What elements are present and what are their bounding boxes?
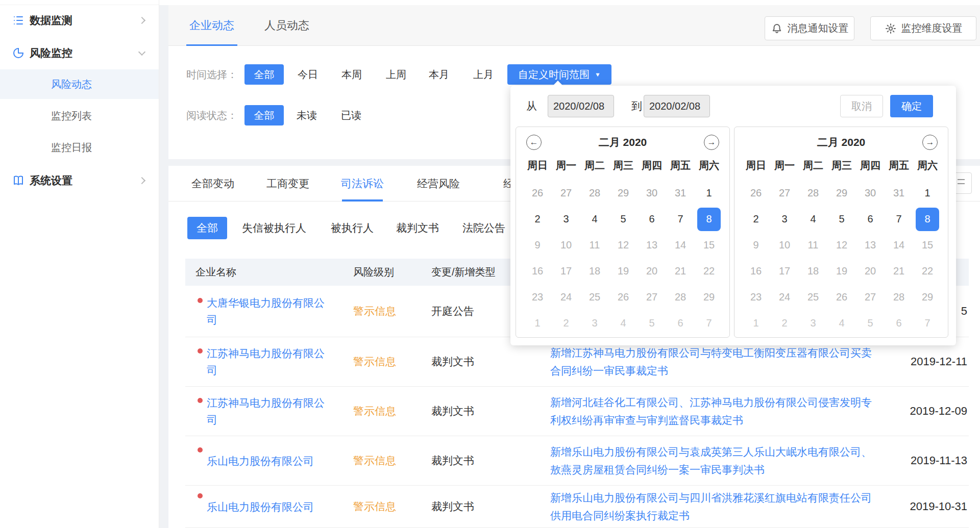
detail-link[interactable]: 新增河北硅谷化工有限公司、江苏神马电力股份有限公司侵害发明专利权纠纷再审审查与审… bbox=[550, 393, 877, 429]
read-option[interactable]: 已读 bbox=[339, 105, 363, 125]
calendar-day[interactable]: 8 bbox=[913, 206, 942, 232]
calendar-day[interactable]: 2 bbox=[552, 310, 580, 336]
calendar-day[interactable]: 4 bbox=[827, 310, 856, 336]
calendar-day[interactable]: 1 bbox=[742, 310, 770, 336]
calendar-day[interactable]: 27 bbox=[856, 284, 885, 310]
calendar-day[interactable]: 30 bbox=[638, 180, 666, 206]
content-tab[interactable]: 经营风险 bbox=[413, 166, 464, 202]
calendar-day[interactable]: 25 bbox=[799, 284, 827, 310]
calendar-day[interactable]: 20 bbox=[638, 258, 666, 284]
content-tab[interactable]: 全部变动 bbox=[187, 166, 238, 202]
calendar-day[interactable]: 29 bbox=[609, 180, 638, 206]
calendar-day[interactable]: 2 bbox=[742, 206, 770, 232]
calendar-day[interactable]: 28 bbox=[580, 180, 609, 206]
calendar-day[interactable]: 5 bbox=[827, 206, 856, 232]
calendar-day[interactable]: 4 bbox=[799, 206, 827, 232]
sidebar-item-risk-dynamics[interactable]: 风险动态 bbox=[0, 69, 159, 99]
company-link[interactable]: 乐山电力股份有限公司 bbox=[207, 498, 329, 515]
calendar-day[interactable]: 22 bbox=[913, 258, 942, 284]
calendar-day[interactable]: 10 bbox=[770, 232, 799, 258]
calendar-day[interactable]: 28 bbox=[666, 284, 695, 310]
calendar-day[interactable]: 21 bbox=[885, 258, 913, 284]
calendar-day[interactable]: 6 bbox=[885, 310, 913, 336]
calendar-day[interactable]: 17 bbox=[770, 258, 799, 284]
calendar-day[interactable]: 3 bbox=[770, 206, 799, 232]
sidebar-item-monitor-list[interactable]: 监控列表 bbox=[0, 101, 159, 131]
time-option-all[interactable]: 全部 bbox=[244, 64, 284, 85]
next-month-icon[interactable]: → bbox=[704, 135, 719, 150]
sidebar-item-monitor-daily[interactable]: 监控日报 bbox=[0, 133, 159, 162]
calendar-day[interactable]: 24 bbox=[552, 284, 580, 310]
calendar-day[interactable]: 20 bbox=[856, 258, 885, 284]
calendar-day[interactable]: 23 bbox=[523, 284, 552, 310]
next-month-icon[interactable]: → bbox=[922, 135, 938, 150]
calendar-day[interactable]: 6 bbox=[638, 206, 666, 232]
company-link[interactable]: 江苏神马电力股份有限公司 bbox=[207, 345, 329, 379]
calendar-day[interactable]: 19 bbox=[609, 258, 638, 284]
time-option[interactable]: 上周 bbox=[384, 64, 408, 85]
detail-link[interactable]: 新增乐山电力股份有限公司与袁成英第三人乐山大岷水电有限公司、敖燕灵房屋租赁合同纠… bbox=[550, 443, 877, 479]
calendar-day[interactable]: 28 bbox=[885, 284, 913, 310]
calendar-day[interactable]: 31 bbox=[885, 180, 913, 206]
calendar-day[interactable]: 21 bbox=[666, 258, 695, 284]
calendar-day[interactable]: 16 bbox=[742, 258, 770, 284]
calendar-day[interactable]: 7 bbox=[666, 206, 695, 232]
calendar-day[interactable]: 5 bbox=[638, 310, 666, 336]
detail-link[interactable]: 新增江苏神马电力股份有限公司与特变电工衡阳变压器有限公司买卖合同纠纷一审民事裁定… bbox=[550, 344, 877, 380]
custom-time-range-button[interactable]: 自定义时间范围 ▼ bbox=[507, 64, 611, 85]
time-option[interactable]: 本周 bbox=[340, 64, 363, 85]
detail-link[interactable]: 新增乐山电力股份有限公司与四川省洪雅花溪红旗电站有限责任公司供用电合同纠纷案执行… bbox=[550, 489, 877, 524]
calendar-day[interactable]: 26 bbox=[609, 284, 638, 310]
button-dimension-settings[interactable]: 监控维度设置 bbox=[870, 16, 976, 40]
calendar-day[interactable]: 18 bbox=[799, 258, 827, 284]
from-date-input[interactable]: 2020/02/08 bbox=[548, 95, 614, 117]
calendar-day[interactable]: 4 bbox=[609, 310, 638, 336]
calendar-day[interactable]: 16 bbox=[523, 258, 552, 284]
calendar-day[interactable]: 13 bbox=[856, 232, 885, 258]
calendar-day[interactable]: 2 bbox=[523, 206, 552, 232]
partial-hidden-element[interactable] bbox=[953, 172, 972, 194]
calendar-day[interactable]: 18 bbox=[580, 258, 609, 284]
calendar-day[interactable]: 5 bbox=[856, 310, 885, 336]
time-option[interactable]: 今日 bbox=[296, 64, 320, 85]
calendar-day[interactable]: 14 bbox=[666, 232, 695, 258]
calendar-day[interactable]: 13 bbox=[638, 232, 666, 258]
calendar-day[interactable]: 27 bbox=[770, 180, 799, 206]
calendar-day[interactable]: 26 bbox=[742, 180, 770, 206]
calendar-day[interactable]: 29 bbox=[695, 284, 723, 310]
confirm-button[interactable]: 确定 bbox=[890, 95, 933, 117]
category-filter[interactable]: 失信被执行人 bbox=[239, 217, 309, 239]
company-link[interactable]: 大唐华银电力股份有限公司 bbox=[207, 294, 329, 328]
category-filter[interactable]: 裁判文书 bbox=[393, 217, 442, 239]
calendar-day[interactable]: 22 bbox=[695, 258, 723, 284]
calendar-day[interactable]: 7 bbox=[695, 310, 723, 336]
calendar-day[interactable]: 23 bbox=[742, 284, 770, 310]
tab-personnel-dynamics[interactable]: 人员动态 bbox=[260, 5, 313, 46]
calendar-day[interactable]: 11 bbox=[799, 232, 827, 258]
calendar-day[interactable]: 9 bbox=[523, 232, 552, 258]
company-link[interactable]: 江苏神马电力股份有限公司 bbox=[207, 394, 329, 428]
calendar-day[interactable]: 3 bbox=[552, 206, 580, 232]
calendar-day[interactable]: 14 bbox=[885, 232, 913, 258]
button-notify-settings[interactable]: 消息通知设置 bbox=[765, 16, 854, 40]
calendar-day[interactable]: 12 bbox=[609, 232, 638, 258]
prev-month-icon[interactable]: ← bbox=[526, 135, 542, 150]
calendar-day[interactable]: 27 bbox=[638, 284, 666, 310]
content-tab[interactable]: 工商变更 bbox=[262, 166, 313, 202]
calendar-day[interactable]: 26 bbox=[827, 284, 856, 310]
calendar-day[interactable]: 3 bbox=[580, 310, 609, 336]
calendar-day[interactable]: 27 bbox=[552, 180, 580, 206]
calendar-day[interactable]: 30 bbox=[856, 180, 885, 206]
calendar-day[interactable]: 17 bbox=[552, 258, 580, 284]
calendar-day[interactable]: 7 bbox=[885, 206, 913, 232]
calendar-day[interactable]: 24 bbox=[770, 284, 799, 310]
calendar-day[interactable]: 11 bbox=[580, 232, 609, 258]
calendar-day[interactable]: 4 bbox=[580, 206, 609, 232]
category-filter[interactable]: 被执行人 bbox=[328, 217, 377, 239]
time-option[interactable]: 上月 bbox=[472, 64, 495, 85]
calendar-day[interactable]: 6 bbox=[856, 206, 885, 232]
calendar-day[interactable]: 28 bbox=[799, 180, 827, 206]
time-option[interactable]: 本月 bbox=[427, 64, 451, 85]
calendar-day[interactable]: 1 bbox=[913, 180, 942, 206]
calendar-day[interactable]: 10 bbox=[552, 232, 580, 258]
